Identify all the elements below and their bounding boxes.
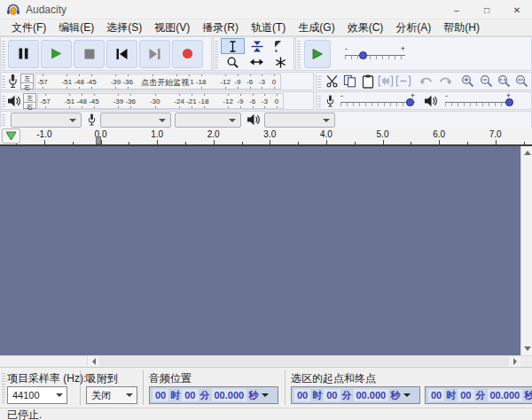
toolbar-grip[interactable]: [297, 39, 301, 68]
close-button[interactable]: ✕: [502, 0, 532, 19]
toolbar-grip[interactable]: [2, 39, 5, 68]
toolbar-grip[interactable]: [2, 94, 5, 107]
meter-db-label: -12: [220, 78, 231, 86]
audio-host-dropdown[interactable]: [11, 113, 82, 128]
time-seconds[interactable]: 00.000: [212, 389, 247, 401]
cut-button[interactable]: [323, 73, 340, 90]
ruler-tick: [326, 140, 327, 144]
skip-to-start-button[interactable]: [106, 40, 137, 68]
multi-tool-button[interactable]: [269, 54, 293, 70]
ruler-tick: [73, 142, 74, 144]
draw-tool-button[interactable]: [269, 38, 293, 54]
pinned-playhead-button[interactable]: [2, 128, 20, 144]
menu-select[interactable]: 选择(S): [100, 19, 148, 36]
scroll-left-button[interactable]: [88, 356, 99, 367]
menu-file[interactable]: 文件(F): [5, 19, 52, 36]
playback-meter[interactable]: 0-3-6-9-12-18-21-24-30-36-39-45-48-51-57: [37, 93, 284, 109]
recording-meter[interactable]: 0-3-6-9-12-18-21-24-30-36-39-45-48-51-57…: [35, 74, 281, 89]
time-hours[interactable]: 00: [428, 389, 444, 401]
horizontal-scrollbar[interactable]: [0, 355, 532, 367]
paste-button[interactable]: [359, 73, 377, 90]
menu-help[interactable]: 帮助(H): [437, 19, 486, 36]
meter-db-label: -18: [199, 97, 209, 105]
minimize-button[interactable]: –: [442, 0, 472, 19]
dropdown-arrow-icon[interactable]: [262, 393, 269, 397]
play-at-speed-button[interactable]: [304, 40, 331, 68]
toolbar-separator: [285, 370, 286, 405]
meter-tick: [155, 106, 156, 108]
trim-outside-selection-button[interactable]: [377, 73, 395, 90]
skip-to-end-button[interactable]: [139, 40, 170, 68]
time-seconds[interactable]: 00.000: [488, 389, 523, 401]
selection-start-field[interactable]: 00 时 00 分 00.000 秒: [291, 386, 420, 404]
project-rate-value: 44100: [12, 390, 40, 401]
redo-button[interactable]: [436, 73, 454, 90]
selection-end-field[interactable]: 00 时 00 分 00.000 秒: [425, 386, 532, 404]
redo-icon: [438, 76, 452, 86]
zoom-in-button[interactable]: [459, 73, 477, 90]
meter-tick: [115, 87, 116, 89]
playhead-marker[interactable]: [96, 136, 101, 144]
playback-device-dropdown[interactable]: [264, 113, 335, 128]
selection-tool-icon: [228, 41, 238, 52]
zoom-to-selection-button[interactable]: [495, 73, 512, 90]
stop-button[interactable]: [74, 40, 105, 68]
microphone-icon[interactable]: [7, 74, 19, 89]
audio-position-field[interactable]: 00 时 00 分 00.000 秒: [149, 386, 278, 404]
menu-transport[interactable]: 播录(R): [196, 19, 245, 36]
zoom-out-button[interactable]: [477, 73, 495, 90]
meter-db-label: -3: [262, 97, 268, 105]
menu-effect[interactable]: 效果(C): [341, 19, 390, 36]
pause-button[interactable]: [8, 40, 39, 68]
menu-tracks[interactable]: 轨道(T): [245, 19, 292, 36]
time-shift-tool-button[interactable]: [245, 54, 269, 70]
toolbar-grip[interactable]: [2, 372, 5, 403]
play-button[interactable]: [41, 40, 72, 68]
time-hours[interactable]: 00: [294, 389, 310, 401]
slider-thumb[interactable]: [505, 98, 513, 106]
scroll-right-button[interactable]: [509, 356, 520, 367]
time-seconds[interactable]: 00.000: [354, 389, 389, 401]
silence-selection-button[interactable]: [395, 73, 412, 90]
speaker-icon[interactable]: [7, 95, 21, 107]
toolbar-grip[interactable]: [317, 94, 321, 107]
toolbar-grip[interactable]: [317, 74, 321, 88]
slider-thumb[interactable]: [359, 51, 367, 59]
horizontal-scroll-thumb[interactable]: [99, 357, 509, 366]
zoom-tool-button[interactable]: [221, 54, 245, 70]
time-hours[interactable]: 00: [153, 389, 168, 401]
toolbar-grip[interactable]: [215, 39, 218, 68]
undo-button[interactable]: [418, 73, 435, 90]
copy-button[interactable]: [340, 73, 358, 90]
menu-analyze[interactable]: 分析(A): [389, 19, 437, 36]
selection-tool-button[interactable]: [221, 38, 245, 54]
time-minutes[interactable]: 00: [182, 389, 198, 401]
menu-view[interactable]: 视图(V): [148, 19, 196, 36]
menu-edit[interactable]: 编辑(E): [52, 19, 100, 36]
slider-thumb[interactable]: [406, 98, 414, 106]
recording-device-dropdown[interactable]: [100, 113, 171, 128]
time-minutes[interactable]: 00: [458, 389, 473, 401]
meter-tick: [128, 74, 129, 76]
menu-generate[interactable]: 生成(G): [292, 19, 340, 36]
record-button[interactable]: [172, 40, 203, 68]
project-rate-dropdown[interactable]: 44100: [7, 386, 67, 404]
playback-volume-slider[interactable]: - +: [445, 93, 511, 109]
snap-to-dropdown[interactable]: 关闭: [86, 386, 137, 404]
meter-monitor-hint[interactable]: 点击开始监视: [139, 77, 191, 89]
play-speed-slider[interactable]: - +: [345, 46, 405, 62]
time-minutes[interactable]: 00: [324, 389, 340, 401]
meter-tick: [130, 94, 131, 96]
maximize-button[interactable]: □: [472, 0, 502, 19]
toolbar-grip[interactable]: [2, 74, 5, 88]
scroll-up-icon[interactable]: [524, 151, 531, 155]
timeline-ruler[interactable]: -1.00.01.02.03.04.05.06.07.0: [0, 128, 532, 144]
recording-channels-dropdown[interactable]: [175, 113, 241, 128]
vertical-scrollbar[interactable]: [520, 146, 532, 355]
envelope-tool-button[interactable]: [245, 38, 269, 54]
zoom-to-fit-button[interactable]: [513, 73, 531, 90]
recording-volume-slider[interactable]: - +: [340, 93, 415, 109]
scroll-down-icon[interactable]: [524, 346, 531, 351]
dropdown-arrow-icon[interactable]: [403, 393, 411, 397]
toolbar-grip[interactable]: [2, 113, 5, 126]
